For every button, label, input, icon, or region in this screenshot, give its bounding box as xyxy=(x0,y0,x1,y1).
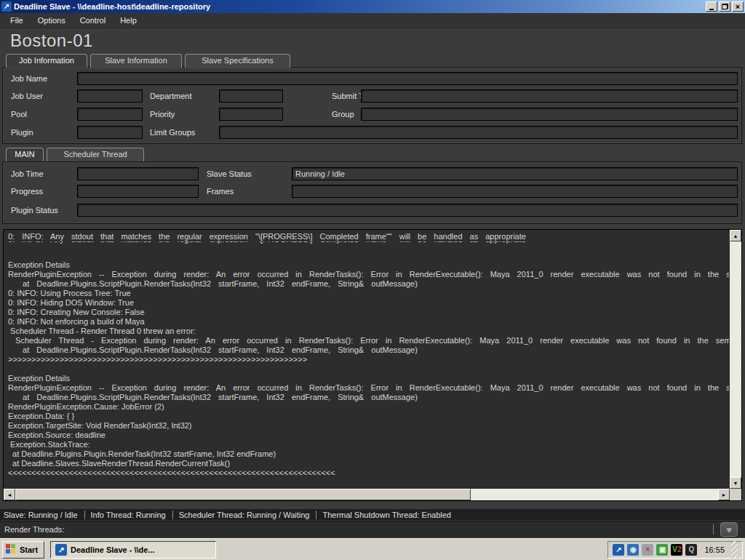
horizontal-scroll-thumb[interactable] xyxy=(15,489,471,500)
limit-groups-input[interactable] xyxy=(219,126,738,139)
title-bar: ↗ Deadline Slave - \\deadline-host\deadl… xyxy=(0,0,745,13)
log-line: 0: INFO: Not enforcing a build of Maya xyxy=(8,317,729,327)
tab-job-information[interactable]: Job Information xyxy=(6,54,87,68)
job-time-input[interactable] xyxy=(77,167,199,180)
vertical-scroll-track[interactable] xyxy=(730,241,741,477)
top-tabs: Job InformationSlave InformationSlave Sp… xyxy=(6,54,290,68)
job-time-label: Job Time xyxy=(11,169,44,178)
log-line: Exception.TargetSite: Void RenderTask(In… xyxy=(8,421,729,431)
scroll-left-icon[interactable]: ◄ xyxy=(4,489,15,500)
restore-icon xyxy=(722,4,728,9)
tab-scheduler-thread[interactable]: Scheduler Thread xyxy=(47,148,144,161)
tray-icons: ↗◉×▣V2Q xyxy=(613,544,697,556)
progress-label: Progress xyxy=(11,187,43,196)
department-input[interactable] xyxy=(219,89,283,103)
windows-logo-icon xyxy=(6,544,17,555)
log-line: Exception.Data: { } xyxy=(8,412,729,421)
group-input[interactable] xyxy=(361,108,738,121)
status-segment: Scheduler Thread: Running / Waiting xyxy=(179,511,317,519)
slave-status-label: Slave Status xyxy=(207,169,252,178)
log-line: 0: INFO: Any stdout that matches the reg… xyxy=(8,241,729,251)
group-label: Group xyxy=(332,110,354,119)
log-line: RenderPluginException.Cause: JobError (2… xyxy=(8,402,729,412)
log-line: at Deadline.Plugins.Plugin.RenderTask(In… xyxy=(8,449,729,459)
horizontal-scrollbar[interactable]: ◄ ► xyxy=(4,489,730,500)
log-line: Scheduler Thread - Exception during rend… xyxy=(8,336,729,345)
department-label: Department xyxy=(150,92,191,100)
scroll-up-icon[interactable]: ▲ xyxy=(730,230,741,241)
log-line: at Deadline.Plugins.ScriptPlugin.RenderT… xyxy=(8,393,729,402)
job-user-label: Job User xyxy=(11,92,43,100)
menu-file[interactable]: File xyxy=(3,14,31,27)
job-user-input[interactable] xyxy=(77,89,143,103)
pool-input[interactable] xyxy=(77,108,143,121)
minimize-button[interactable] xyxy=(706,1,717,12)
log-line: 0: INFO: Creating New Console: False xyxy=(8,308,729,317)
render-threads-bar: Render Threads: ♥ xyxy=(0,521,745,537)
log-line: <<<<<<<<<<<<<<<<<<<<<<<<<<<<<<<<<<<<<<<<… xyxy=(8,468,729,478)
scroll-right-icon[interactable]: ► xyxy=(718,489,730,500)
vnc-icon[interactable]: V2 xyxy=(671,544,682,556)
minimize-icon xyxy=(709,9,714,10)
status-segment: Thermal Shutdown Thread: Enabled xyxy=(322,511,458,519)
vertical-scrollbar[interactable]: ▲ ▼ xyxy=(730,230,741,489)
submit-time-input[interactable] xyxy=(361,89,738,103)
deadline-tray-icon[interactable]: ↗ xyxy=(613,544,624,556)
plugin-status-input[interactable] xyxy=(77,204,738,217)
heartbeat-button[interactable]: ♥ xyxy=(720,522,738,537)
start-label: Start xyxy=(20,545,38,554)
log-line: 0: INFO: Using Process Tree: True xyxy=(8,289,729,298)
tab-slave-information[interactable]: Slave Information xyxy=(90,54,182,68)
log-line: Scheduler Thread - Render Thread 0 threw… xyxy=(8,327,729,336)
pool-label: Pool xyxy=(11,110,27,119)
start-button[interactable]: Start xyxy=(2,541,44,559)
log-line: at Deadline.Plugins.ScriptPlugin.RenderT… xyxy=(8,279,729,289)
horizontal-scroll-track[interactable] xyxy=(471,489,718,500)
log-text: 0: INFO: Any stdout that matches the reg… xyxy=(4,231,729,488)
slave-status-input[interactable] xyxy=(292,167,738,180)
tab-main[interactable]: MAIN xyxy=(6,148,44,161)
main-panel: Job TimeSlave StatusProgressFramesPlugin… xyxy=(2,161,742,224)
deadline-icon: ↗ xyxy=(1,1,12,12)
close-button[interactable]: × xyxy=(732,1,744,12)
render-threads-separator xyxy=(713,524,714,535)
restore-button[interactable] xyxy=(719,1,730,12)
tab-slave-specifications[interactable]: Slave Specifications xyxy=(185,54,290,68)
log-line: Exception.StackTrace: xyxy=(8,440,729,449)
frames-input[interactable] xyxy=(292,185,738,198)
job-name-label: Job Name xyxy=(11,74,47,83)
menu-options[interactable]: Options xyxy=(31,14,73,27)
menu-control[interactable]: Control xyxy=(73,14,113,27)
globe-network-icon[interactable]: ◉ xyxy=(627,544,639,556)
scrollbar-corner xyxy=(730,489,741,500)
deadline-icon: ↗ xyxy=(55,544,67,556)
network-error-icon[interactable]: × xyxy=(642,544,653,556)
render-threads-label: Render Threads: xyxy=(4,525,713,534)
plugin-input[interactable] xyxy=(77,126,143,139)
log-line: RenderPluginException -- Exception durin… xyxy=(8,383,729,393)
taskbar-task-deadline-slave[interactable]: ↗ Deadline Slave - \\de... xyxy=(50,541,216,559)
log-line xyxy=(8,251,729,260)
window-title: Deadline Slave - \\deadline-host\deadlin… xyxy=(14,2,704,11)
system-tray: ↗◉×▣V2Q 16:55 xyxy=(607,541,743,559)
green-agent-icon[interactable]: ▣ xyxy=(656,544,668,556)
log-area: 0: INFO: Any stdout that matches the reg… xyxy=(3,229,742,501)
media-q-icon[interactable]: Q xyxy=(685,544,697,556)
resize-grip xyxy=(730,541,738,559)
progress-input[interactable] xyxy=(77,185,199,198)
job-name-input[interactable] xyxy=(77,72,738,85)
scroll-down-icon[interactable]: ▼ xyxy=(730,477,741,489)
log-line xyxy=(8,364,729,374)
priority-label: Priority xyxy=(150,110,175,119)
priority-input[interactable] xyxy=(219,108,283,121)
page-title: Boston-01 xyxy=(10,31,93,51)
taskbar: Start ↗ Deadline Slave - \\de... ↗◉×▣V2Q… xyxy=(0,538,745,560)
log-line: Exception Details xyxy=(8,374,729,383)
log-line: 0: INFO: Hiding DOS Window: True xyxy=(8,298,729,308)
job-information-panel: Job NameJob UserDepartmentSubmit TimePoo… xyxy=(2,67,742,144)
menu-bar: FileOptionsControlHelp xyxy=(0,13,745,28)
heart-icon: ♥ xyxy=(726,525,732,535)
log-line: at Deadline.Plugins.ScriptPlugin.RenderT… xyxy=(8,345,729,355)
menu-help[interactable]: Help xyxy=(113,14,144,27)
taskbar-clock: 16:55 xyxy=(704,545,725,554)
